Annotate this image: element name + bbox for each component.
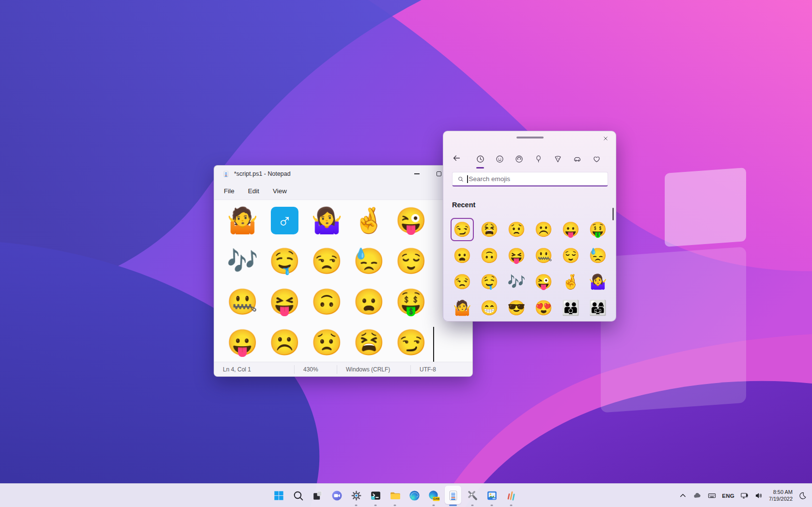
back-button[interactable]: [450, 153, 463, 165]
taskbar-search-button[interactable]: [288, 484, 308, 507]
clock[interactable]: 8:50 AM 7/19/2022: [769, 489, 793, 502]
menu-view[interactable]: View: [266, 184, 294, 198]
section-heading: Recent: [452, 201, 475, 209]
monitor-app-icon: [505, 490, 517, 502]
emoji-picker-panel: Recent 😏😫😟☹️😛🤑😦🙃😝🤐😌😓😒🤤🎶😜🤞🤷‍♀️🤷😁😎😍👪👨‍👩‍👧: [443, 131, 616, 322]
emoji-cell[interactable]: 😎: [505, 296, 528, 320]
notepad-emoji-glyph: 🤑: [390, 281, 432, 322]
tab-recent[interactable]: [470, 151, 490, 167]
volume-icon[interactable]: [754, 491, 764, 500]
emoji-cell[interactable]: 😓: [586, 244, 609, 267]
terminal-icon: [370, 490, 382, 502]
taskbar-terminal-button[interactable]: [366, 484, 385, 507]
taskbar-app-window-button[interactable]: [308, 484, 327, 507]
emoji-cell[interactable]: 🤞: [559, 270, 582, 293]
svg-text:CAN: CAN: [433, 497, 439, 500]
taskbar-utility-tool-button[interactable]: [463, 484, 482, 507]
tab-symbols[interactable]: [587, 151, 606, 167]
taskbar-settings-button[interactable]: [346, 484, 366, 507]
network-icon[interactable]: [740, 491, 749, 500]
notepad-emoji-glyph: 😜: [390, 200, 432, 241]
do-not-disturb-moon-icon[interactable]: [798, 491, 807, 500]
emoji-cell[interactable]: 🤑: [586, 218, 609, 241]
taskbar-edge-button[interactable]: [405, 484, 424, 507]
emoji-cell[interactable]: 🤤: [478, 270, 501, 293]
emoji-cell[interactable]: ☹️: [532, 218, 555, 241]
emoji-cell[interactable]: 🤷: [451, 296, 474, 320]
taskbar-edge-canary-button[interactable]: CAN: [424, 484, 443, 507]
notepad-emoji-glyph: 😝: [264, 281, 306, 322]
emoji-cell[interactable]: 🙃: [478, 244, 501, 267]
emoji-cell[interactable]: 😜: [532, 270, 555, 293]
emoji-cell[interactable]: 🎶: [505, 270, 528, 293]
status-segment: UTF-8: [410, 365, 468, 374]
tray-time: 8:50 AM: [769, 489, 793, 496]
emoji-cell[interactable]: 🤷‍♀️: [586, 270, 609, 293]
notepad-emoji-glyph: 🤤: [264, 241, 306, 281]
notepad-file-icon: [222, 170, 230, 178]
emoji-cell[interactable]: 😒: [451, 270, 474, 293]
search-input[interactable]: [468, 175, 608, 183]
notepad-emoji-glyph: 🙃: [306, 281, 348, 322]
close-icon: [602, 135, 609, 144]
running-app-dot: [394, 505, 396, 506]
notepad-menubar: FileEditView: [214, 182, 472, 200]
emoji-cell[interactable]: 😛: [559, 218, 582, 241]
selected-tab-underline: [476, 167, 484, 169]
tab-smileys[interactable]: [490, 151, 509, 167]
windows-logo-pane-top: [665, 168, 746, 247]
male-sign-emoji: ♂: [271, 207, 298, 234]
emoji-cell[interactable]: 👪: [559, 296, 582, 320]
emoji-cell[interactable]: 😟: [505, 218, 528, 241]
tab-food[interactable]: [548, 151, 567, 167]
emoji-cell[interactable]: 😝: [505, 244, 528, 267]
taskbar-chat-button[interactable]: [327, 484, 346, 507]
emoji-cell[interactable]: 😁: [478, 296, 501, 320]
taskbar-notepad-button[interactable]: [443, 484, 463, 507]
language-indicator[interactable]: ENG: [722, 493, 734, 499]
emoji-cell[interactable]: 😦: [451, 244, 474, 267]
tray-chevron-icon[interactable]: [678, 491, 687, 500]
touch-keyboard-icon[interactable]: [707, 491, 717, 500]
emoji-cell[interactable]: 😏: [451, 218, 474, 241]
menu-file[interactable]: File: [217, 184, 241, 198]
drag-handle[interactable]: [516, 137, 544, 138]
tab-transport[interactable]: [567, 151, 587, 167]
edge-canary-icon: CAN: [428, 490, 440, 502]
taskbar-start-button[interactable]: [269, 484, 288, 507]
search-box[interactable]: [452, 172, 608, 186]
emoji-cell[interactable]: 😫: [478, 218, 501, 241]
notepad-text-area[interactable]: 🤷♂🤷‍♀️🤞😜🎶🤤😒😓😌🤐😝🙃😦🤑😛☹️😟😫😏: [214, 200, 472, 362]
back-arrow-icon: [452, 154, 461, 165]
viewer-app-icon: [486, 490, 498, 502]
taskbar-app-icons: CAN: [269, 484, 521, 507]
emoji-cell[interactable]: 👨‍👩‍👧: [586, 296, 609, 320]
search-icon: [292, 490, 304, 502]
panel-close-button[interactable]: [599, 133, 612, 146]
emoji-cell[interactable]: 🤐: [532, 244, 555, 267]
onedrive-cloud-icon[interactable]: [693, 491, 702, 500]
running-app-dot: [355, 505, 358, 506]
tab-celebrations[interactable]: [529, 151, 548, 167]
taskbar-viewer-app-button[interactable]: [482, 484, 501, 507]
edge-icon: [408, 490, 421, 502]
text-cursor: [433, 327, 434, 363]
running-app-dot: [375, 505, 377, 506]
notepad-emoji-glyph: ♂: [264, 200, 306, 241]
tab-people[interactable]: [509, 151, 529, 167]
running-app-dot: [491, 505, 493, 506]
chat-icon: [331, 490, 343, 502]
app-window-icon: [312, 490, 324, 502]
emoji-cell[interactable]: 😍: [532, 296, 555, 320]
notepad-titlebar[interactable]: *script.ps1 - Notepad: [214, 166, 472, 182]
taskbar-file-explorer-button[interactable]: [385, 484, 405, 507]
notepad-emoji-glyph: 😫: [348, 322, 390, 363]
minimize-button[interactable]: [406, 166, 428, 182]
taskbar-monitor-app-button[interactable]: [501, 484, 521, 507]
search-icon: [457, 176, 464, 183]
emoji-cell[interactable]: 😌: [559, 244, 582, 267]
running-app-dot: [471, 505, 474, 506]
panel-scrollbar[interactable]: [612, 208, 614, 220]
notepad-window: *script.ps1 - Notepad FileEditView 🤷♂🤷‍♀…: [214, 165, 473, 377]
menu-edit[interactable]: Edit: [241, 184, 266, 198]
